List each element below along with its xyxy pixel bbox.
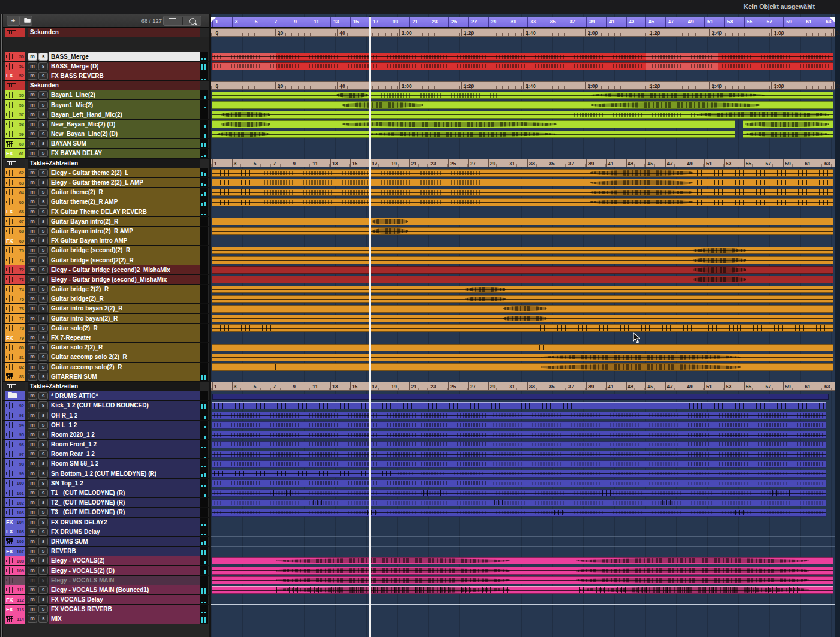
track-lane[interactable] (211, 410, 840, 420)
track-lane[interactable] (211, 265, 840, 275)
track-lane[interactable] (211, 518, 840, 527)
search-icon[interactable] (189, 18, 196, 25)
track-lane[interactable] (211, 614, 840, 624)
audio-region[interactable] (212, 315, 833, 322)
track-lane[interactable] (211, 556, 840, 566)
solo-button[interactable]: s (38, 227, 48, 235)
track-row[interactable]: FX79msFX 7-Repeater (3, 333, 209, 343)
mute-button[interactable]: m (28, 140, 37, 147)
track-row[interactable]: 75msGuitar bridge(2)_R (3, 294, 209, 304)
track-lane[interactable] (211, 227, 840, 236)
track-lane[interactable] (211, 100, 840, 110)
mute-button[interactable]: m (28, 120, 37, 128)
audio-region[interactable] (212, 324, 833, 332)
solo-button[interactable]: s (38, 304, 48, 312)
track-lane[interactable] (211, 566, 840, 575)
ruler-track-row[interactable]: Takte+Zählzeiten (3, 159, 209, 168)
mute-button[interactable]: m (28, 547, 37, 555)
track-lane[interactable] (211, 314, 840, 324)
solo-button[interactable]: s (38, 324, 48, 332)
track-lane[interactable] (211, 363, 840, 372)
mute-button[interactable]: m (28, 179, 37, 186)
track-row[interactable]: 68msGuitar Bayan intro(2)_R AMP (3, 227, 209, 236)
track-list-menu-icon[interactable] (169, 18, 176, 23)
track-lane[interactable] (211, 71, 840, 81)
track-lane[interactable] (211, 197, 840, 207)
track-row[interactable]: 95msRoom 2020_1 2 (3, 430, 209, 440)
solo-button[interactable]: s (38, 266, 48, 274)
mute-button[interactable]: m (28, 557, 37, 564)
track-lane[interactable] (211, 352, 840, 362)
track-row[interactable]: 58msNew_Bayan_Mic(2) (D) (3, 120, 209, 129)
track-row[interactable]: 83msGITARREN SUM (3, 372, 209, 382)
mute-button[interactable]: m (28, 596, 37, 603)
track-lane[interactable] (211, 527, 840, 537)
ruler-lane[interactable]: 020401:001:201:402:002:202:403:003:20 (211, 81, 840, 90)
audio-region[interactable] (212, 189, 833, 197)
audio-region[interactable] (212, 198, 833, 206)
track-lane[interactable] (211, 52, 840, 62)
track-row[interactable]: 62msElegy - Guitar theme 2(2)_L (3, 168, 209, 178)
mute-button[interactable]: m (28, 276, 37, 283)
track-row[interactable]: 63msElegy - Guitar theme 2(2)_L AMP (3, 178, 209, 188)
mute-button[interactable]: m (28, 315, 37, 322)
solo-button[interactable]: s (38, 547, 48, 555)
mute-button[interactable]: m (28, 101, 37, 109)
project-start-marker-icon[interactable] (211, 17, 216, 22)
mute-button[interactable]: m (28, 91, 37, 99)
solo-button[interactable]: s (38, 237, 48, 244)
audio-region[interactable] (212, 247, 833, 255)
track-lane[interactable] (211, 285, 840, 294)
solo-button[interactable]: s (38, 392, 48, 400)
audio-region[interactable] (212, 276, 833, 283)
audio-region[interactable] (212, 227, 833, 235)
track-row[interactable]: 73msElegy - Guitar bridge (second)_Misha… (3, 275, 209, 285)
mute-button[interactable]: m (28, 62, 37, 70)
track-lane[interactable] (211, 90, 840, 100)
mute-button[interactable]: m (28, 72, 37, 80)
audio-region[interactable] (212, 489, 826, 497)
audio-region[interactable] (212, 441, 826, 449)
solo-button[interactable]: s (38, 615, 48, 623)
mute-button[interactable]: m (28, 431, 37, 439)
track-lane[interactable] (211, 246, 840, 255)
arrange-area[interactable]: 1357911131517192123252729313335373941434… (211, 14, 840, 637)
solo-button[interactable]: s (38, 315, 48, 322)
solo-button[interactable]: s (38, 179, 48, 186)
track-row[interactable]: 98msRoom SM 58_1 2 (3, 459, 209, 469)
mute-button[interactable]: m (28, 334, 37, 342)
track-lane[interactable] (211, 547, 840, 556)
solo-button[interactable]: s (38, 140, 48, 147)
mute-button[interactable]: m (28, 392, 37, 400)
mute-button[interactable]: m (28, 440, 37, 448)
track-row[interactable]: 81msGuitar accomp solo 2(2)_R (3, 352, 209, 362)
solo-button[interactable]: s (38, 334, 48, 342)
track-lane[interactable] (211, 120, 840, 129)
audio-region[interactable] (212, 120, 735, 128)
solo-button[interactable]: s (38, 246, 48, 254)
track-lane[interactable] (211, 168, 840, 178)
track-row[interactable]: 50msBASS_Merge (3, 52, 209, 62)
mute-button[interactable]: m (28, 373, 37, 381)
mute-button[interactable]: m (28, 518, 37, 526)
ruler-track-row[interactable]: Sekunden (3, 81, 209, 90)
mute-button[interactable]: m (28, 343, 37, 351)
mute-button[interactable]: m (28, 450, 37, 458)
mute-button[interactable]: m (28, 188, 37, 196)
track-lane[interactable] (211, 585, 840, 595)
mute-button[interactable]: m (28, 528, 37, 536)
track-row[interactable]: 67msGuitar Bayan intro(2)_R (3, 217, 209, 227)
audio-region[interactable] (212, 256, 833, 264)
solo-button[interactable]: s (38, 586, 48, 594)
solo-button[interactable]: s (38, 208, 48, 216)
audio-region[interactable] (212, 354, 833, 361)
track-row[interactable]: 70msGuitar bridge (second)(2)_R (3, 246, 209, 255)
audio-region[interactable] (212, 509, 826, 517)
audio-region[interactable] (212, 169, 833, 177)
solo-button[interactable]: s (38, 169, 48, 177)
mute-button[interactable]: m (28, 538, 37, 545)
track-row[interactable]: 111msElegy - VOCALS MAIN (Bounced1) (3, 585, 209, 595)
solo-button[interactable]: s (38, 479, 48, 487)
track-row[interactable]: 55msBayan1_Line(2) (3, 90, 209, 100)
track-lane[interactable] (211, 449, 840, 459)
